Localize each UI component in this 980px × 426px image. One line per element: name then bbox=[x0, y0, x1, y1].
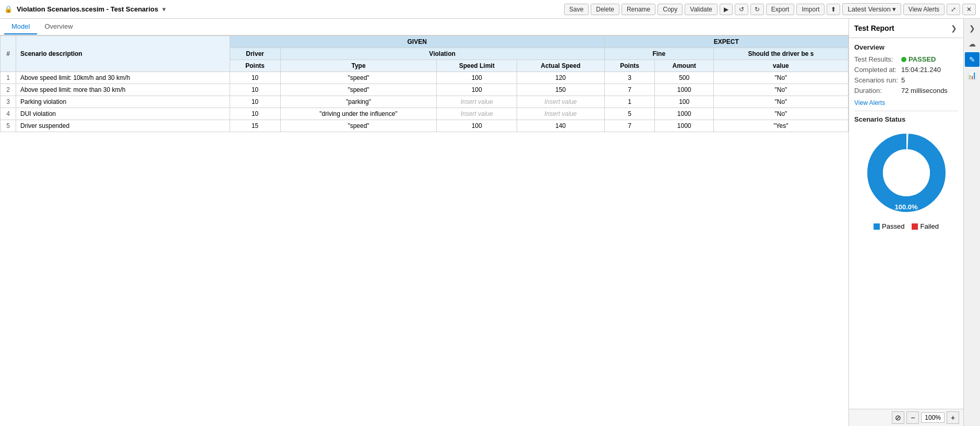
view-alerts-button[interactable]: View Alerts bbox=[903, 4, 945, 15]
undo-button[interactable]: ↺ bbox=[735, 4, 748, 15]
driver-points[interactable]: 10 bbox=[230, 96, 280, 108]
fine-amount[interactable]: 1000 bbox=[655, 84, 713, 96]
redo-button[interactable]: ↻ bbox=[750, 4, 764, 15]
value-header: value bbox=[713, 60, 848, 72]
panel-content: Overview Test Results: PASSED Completed … bbox=[849, 38, 963, 409]
speed-limit[interactable]: Insert value bbox=[437, 96, 517, 108]
driver-points[interactable]: 10 bbox=[230, 72, 280, 84]
fine-points[interactable]: 7 bbox=[604, 84, 655, 96]
driver-value[interactable]: "No" bbox=[713, 108, 848, 120]
row-index: 4 bbox=[1, 108, 16, 120]
driver-value[interactable]: "No" bbox=[713, 84, 848, 96]
view-alerts-link[interactable]: View Alerts bbox=[854, 99, 885, 106]
chart-icon[interactable]: 📊 bbox=[965, 68, 979, 82]
speed-limit[interactable]: Insert value bbox=[437, 108, 517, 120]
row-index: 5 bbox=[1, 120, 16, 132]
scenarios-run-label: Scenarios run: bbox=[854, 76, 901, 84]
delete-button[interactable]: Delete bbox=[591, 4, 619, 15]
legend-passed-label: Passed bbox=[882, 222, 904, 230]
driver-points[interactable]: 10 bbox=[230, 108, 280, 120]
violation-type[interactable]: "speed" bbox=[280, 72, 437, 84]
row-index: 1 bbox=[1, 72, 16, 84]
speed-limit[interactable]: 100 bbox=[437, 72, 517, 84]
actual-speed[interactable]: 120 bbox=[517, 72, 604, 84]
scenario-status-title: Scenario Status bbox=[854, 115, 958, 123]
fine-points[interactable]: 5 bbox=[604, 108, 655, 120]
speed-limit[interactable]: 100 bbox=[437, 84, 517, 96]
expand-button[interactable]: ⤢ bbox=[947, 4, 960, 15]
table-row[interactable]: 3 Parking violation 10 "parking" Insert … bbox=[1, 96, 848, 108]
scenario-description: Driver suspended bbox=[16, 120, 230, 132]
lock-icon: 🔒 bbox=[4, 5, 13, 13]
test-results-row: Test Results: PASSED bbox=[854, 55, 958, 63]
main-layout: Model Overview # Scenario description GI… bbox=[0, 19, 980, 426]
completed-at-value: 15:04:21.240 bbox=[901, 66, 941, 74]
fine-points[interactable]: 7 bbox=[604, 120, 655, 132]
panel-title: Test Report bbox=[854, 24, 894, 32]
tab-model[interactable]: Model bbox=[4, 19, 37, 34]
test-results-label: Test Results: bbox=[854, 55, 901, 63]
violation-type[interactable]: "driving under the influence" bbox=[280, 108, 437, 120]
side-icon-panel: ❯ ☁ ✎ 📊 bbox=[963, 19, 980, 426]
violation-type[interactable]: "speed" bbox=[280, 84, 437, 96]
validate-button[interactable]: Validate bbox=[685, 4, 717, 15]
duration-value: 72 milliseconds bbox=[901, 87, 948, 94]
upload-button[interactable]: ⬆ bbox=[827, 4, 840, 15]
latest-version-button[interactable]: Latest Version ▾ bbox=[842, 3, 901, 15]
zoom-in-button[interactable]: + bbox=[947, 411, 959, 424]
svg-point-2 bbox=[883, 149, 930, 196]
title-dropdown-arrow[interactable]: ▾ bbox=[162, 5, 166, 13]
actual-speed[interactable]: Insert value bbox=[517, 96, 604, 108]
tab-bar: Model Overview bbox=[0, 19, 848, 36]
given-header: GIVEN bbox=[230, 36, 604, 48]
donut-chart: 100.0% bbox=[854, 128, 958, 217]
driver-subheader: Driver bbox=[230, 48, 280, 60]
fine-amount[interactable]: 1000 bbox=[655, 108, 713, 120]
fine-amount[interactable]: 100 bbox=[655, 96, 713, 108]
driver-points-header: Points bbox=[230, 60, 280, 72]
import-button[interactable]: Import bbox=[796, 4, 824, 15]
close-window-button[interactable]: ✕ bbox=[962, 4, 976, 15]
duration-label: Duration: bbox=[854, 87, 901, 94]
speed-limit[interactable]: 100 bbox=[437, 120, 517, 132]
driver-value[interactable]: "No" bbox=[713, 72, 848, 84]
overview-section-title: Overview bbox=[854, 43, 958, 51]
table-row[interactable]: 2 Above speed limit: more than 30 km/h 1… bbox=[1, 84, 848, 96]
table-row[interactable]: 1 Above speed limit: 10km/h and 30 km/h … bbox=[1, 72, 848, 84]
table-row[interactable]: 5 Driver suspended 15 "speed" 100 140 7 … bbox=[1, 120, 848, 132]
save-button[interactable]: Save bbox=[564, 4, 589, 15]
run-button[interactable]: ▶ bbox=[720, 4, 733, 15]
zoom-reset-button[interactable]: ⊘ bbox=[892, 411, 904, 424]
driver-value[interactable]: "No" bbox=[713, 96, 848, 108]
actual-speed[interactable]: 150 bbox=[517, 84, 604, 96]
completed-at-label: Completed at: bbox=[854, 66, 901, 74]
export-button[interactable]: Export bbox=[766, 4, 795, 15]
driver-value[interactable]: "Yes" bbox=[713, 120, 848, 132]
actual-speed[interactable]: Insert value bbox=[517, 108, 604, 120]
scenario-description: Above speed limit: more than 30 km/h bbox=[16, 84, 230, 96]
scenarios-run-row: Scenarios run: 5 bbox=[854, 76, 958, 84]
legend-failed-label: Failed bbox=[920, 222, 938, 230]
chevron-right-icon[interactable]: ❯ bbox=[965, 21, 979, 36]
scenarios-run-value: 5 bbox=[901, 76, 905, 84]
driver-points[interactable]: 15 bbox=[230, 120, 280, 132]
cloud-icon[interactable]: ☁ bbox=[965, 37, 979, 51]
fine-points[interactable]: 1 bbox=[604, 96, 655, 108]
panel-expand-button[interactable]: ❯ bbox=[950, 23, 958, 33]
driver-points[interactable]: 10 bbox=[230, 84, 280, 96]
actual-speed[interactable]: 140 bbox=[517, 120, 604, 132]
fine-amount[interactable]: 500 bbox=[655, 72, 713, 84]
zoom-value: 100% bbox=[921, 412, 945, 423]
table-row[interactable]: 4 DUI violation 10 "driving under the in… bbox=[1, 108, 848, 120]
completed-at-row: Completed at: 15:04:21.240 bbox=[854, 66, 958, 74]
actual-speed-header: Actual Speed bbox=[517, 60, 604, 72]
violation-type[interactable]: "parking" bbox=[280, 96, 437, 108]
fine-amount[interactable]: 1000 bbox=[655, 120, 713, 132]
fine-points[interactable]: 3 bbox=[604, 72, 655, 84]
copy-button[interactable]: Copy bbox=[658, 4, 683, 15]
rename-button[interactable]: Rename bbox=[622, 4, 655, 15]
tab-overview[interactable]: Overview bbox=[37, 19, 80, 34]
zoom-out-button[interactable]: − bbox=[906, 411, 919, 424]
edit-icon[interactable]: ✎ bbox=[965, 52, 979, 67]
violation-type[interactable]: "speed" bbox=[280, 120, 437, 132]
